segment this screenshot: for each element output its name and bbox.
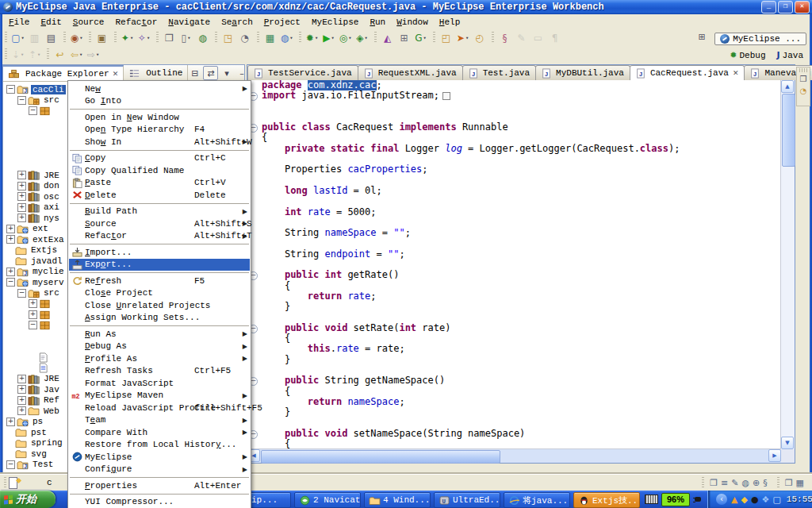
derby-button[interactable]: ◭ xyxy=(379,30,396,45)
folded-region-icon[interactable] xyxy=(442,92,450,100)
menu-item-properties[interactable]: PropertiesAlt+Enter xyxy=(69,479,250,492)
menubar-item-source[interactable]: Source xyxy=(68,16,111,29)
menu-item-copy-qualified-name[interactable]: Copy Qualified Name xyxy=(69,164,250,177)
menu-item-reload-javascript-profile[interactable]: Reload JavaScript ProfileCtrl+Shift+F5 xyxy=(69,402,250,414)
menu-item-paste[interactable]: PasteCtrl+V xyxy=(69,177,250,190)
menu-item-close-project[interactable]: Close Project xyxy=(69,287,250,300)
tree-expander-icon[interactable]: − xyxy=(6,85,15,94)
close-view-icon[interactable]: ✕ xyxy=(113,70,119,78)
open-perspective-button[interactable]: ⊞ xyxy=(694,32,710,45)
menu-item-refresh[interactable]: RefreshF5 xyxy=(69,275,250,287)
perspective-debug[interactable]: ✹Debug xyxy=(726,49,768,61)
dropdown-arrow-icon[interactable]: ▾ xyxy=(423,35,427,41)
menu-item-myeclipse[interactable]: MyEclipse▶ xyxy=(69,451,250,464)
tree-expander-icon[interactable]: + xyxy=(29,299,37,308)
tree-expander-icon[interactable]: − xyxy=(6,278,15,287)
dropdown-arrow-icon[interactable]: ▾ xyxy=(289,35,293,41)
menu-item-new[interactable]: New▶ xyxy=(69,83,250,95)
taskbar-button-ip-[interactable]: ip... xyxy=(247,492,291,508)
menu-item-copy[interactable]: CopyCtrl+C xyxy=(69,152,250,165)
tree-expander-icon[interactable]: − xyxy=(17,289,26,298)
menubar-item-edit[interactable]: Edit xyxy=(36,16,67,29)
start-button[interactable]: 开始 xyxy=(0,491,56,508)
tree-expander-icon[interactable]: + xyxy=(29,310,37,319)
menubar-item-window[interactable]: Window xyxy=(392,16,435,29)
web-browser-button[interactable]: ◍ xyxy=(194,30,211,45)
menu-item-delete[interactable]: DeleteDelete xyxy=(69,189,250,202)
menubar-item-project[interactable]: Project xyxy=(259,16,307,29)
tray-grip[interactable] xyxy=(799,68,807,72)
gmf-button[interactable]: G▾ xyxy=(412,30,429,45)
junit-button[interactable]: ⊞ xyxy=(396,30,412,45)
menu-item-restore-from-local-history[interactable]: Restore from Local History... xyxy=(69,439,250,452)
scroll-down-arrow[interactable]: ▼ xyxy=(781,437,794,449)
tray-collapse-chevron[interactable]: ‹ xyxy=(716,494,727,505)
tree-expander-icon[interactable]: + xyxy=(6,225,15,233)
qq-penguin-icon[interactable]: ● xyxy=(751,495,759,504)
open-resource-button[interactable]: ◰ xyxy=(438,30,454,45)
dropdown-arrow-icon[interactable]: ▾ xyxy=(21,35,25,41)
editor-tab-test.java[interactable]: JTest.java xyxy=(462,65,536,80)
menu-item-compare-with[interactable]: Compare With▶ xyxy=(69,426,250,439)
tree-expander-icon[interactable]: + xyxy=(17,396,26,405)
view-tab-package-explorer[interactable]: Package Explorer✕ xyxy=(3,65,124,81)
menu-item-export[interactable]: Export... xyxy=(69,259,250,271)
vertical-scroll-thumb[interactable] xyxy=(782,94,795,167)
code-editor[interactable]: package com.xdnz.cac;import java.io.File… xyxy=(247,80,781,449)
tree-expander-icon[interactable]: − xyxy=(6,460,15,469)
minimize-button[interactable]: _ xyxy=(761,1,776,13)
taskbar-button-将java-[interactable]: 将java... xyxy=(504,492,570,508)
deploy-button[interactable]: ◉▾ xyxy=(68,30,85,45)
new-class-button[interactable]: ✦▾ xyxy=(119,30,136,45)
fast-view-bar[interactable] xyxy=(4,477,21,489)
tree-expander-icon[interactable]: + xyxy=(6,418,15,426)
dropdown-arrow-icon[interactable]: ▾ xyxy=(187,35,190,41)
print-button[interactable]: ▤ xyxy=(43,30,59,45)
new-bean-button[interactable]: ✧▾ xyxy=(136,30,152,45)
perspective-java[interactable]: JJava xyxy=(774,49,807,61)
web-monitor-icon[interactable]: ◍ xyxy=(741,478,749,488)
menu-item-show-in[interactable]: Show InAlt+Shift+W▶ xyxy=(69,136,250,148)
menu-item-go-into[interactable]: Go Into xyxy=(69,95,250,108)
menubar-item-search[interactable]: Search xyxy=(216,16,259,29)
taskbar-button-4-wind-[interactable]: 4 Wind...▼ xyxy=(364,492,431,508)
horizontal-scroll-thumb[interactable] xyxy=(261,450,500,464)
dropdown-arrow-icon[interactable]: ▾ xyxy=(130,35,133,41)
new-server-button[interactable]: ▯▾ xyxy=(178,30,194,45)
menu-item-source[interactable]: SourceAlt+Shift+S▶ xyxy=(69,217,250,230)
palette-view-button[interactable]: ◔ xyxy=(797,85,810,97)
tree-expander-icon[interactable]: − xyxy=(17,96,26,105)
dropdown-arrow-icon[interactable]: ▾ xyxy=(21,52,24,58)
menubar-item-refactor[interactable]: Refactor xyxy=(110,16,163,29)
menu-item-build-path[interactable]: Build Path▶ xyxy=(69,206,250,218)
security-shield-icon[interactable]: ▲ xyxy=(731,495,737,504)
dropdown-arrow-icon[interactable]: ▾ xyxy=(348,35,351,41)
run-button[interactable]: ▶▾ xyxy=(320,30,337,45)
horizontal-scrollbar[interactable]: ◀ ▶ xyxy=(247,448,781,463)
tree-expander-icon[interactable]: + xyxy=(17,182,26,190)
external-tools-button[interactable]: ◈▾ xyxy=(354,30,370,45)
menu-item-myeclipse-maven[interactable]: m2MyEclipse Maven▶ xyxy=(69,390,250,402)
add-view-icon[interactable]: ⊕ xyxy=(753,478,760,488)
dropdown-arrow-icon[interactable]: ▾ xyxy=(79,35,82,41)
taskbar-button-extjs技-[interactable]: Extjs技... xyxy=(573,492,640,508)
link-with-editor-button[interactable]: ⇄ xyxy=(203,66,218,80)
import-archive-button[interactable]: ◳ xyxy=(220,30,236,45)
dropdown-arrow-icon[interactable]: ▾ xyxy=(96,52,99,58)
pin-editor-icon[interactable]: ❐ xyxy=(710,478,718,488)
dropdown-arrow-icon[interactable]: ▾ xyxy=(331,35,335,41)
tree-expander-icon[interactable]: + xyxy=(6,267,15,276)
menubar-item-file[interactable]: File xyxy=(4,16,36,29)
im-client-icon[interactable]: ❖ xyxy=(762,495,770,504)
key-lock-icon[interactable]: ◆ xyxy=(741,495,748,504)
menu-item-format-javascript[interactable]: Format JavaScript xyxy=(69,377,250,390)
scroll-right-arrow[interactable]: ▶ xyxy=(768,449,781,462)
taskbar-button-2-navicat[interactable]: 2 Navicat▼ xyxy=(294,492,361,508)
dropdown-arrow-icon[interactable]: ▾ xyxy=(365,35,368,41)
menu-item-yui-compressor[interactable]: YUI Compressor... xyxy=(69,496,250,508)
menubar-item-help[interactable]: Help xyxy=(435,16,466,29)
run-history-button[interactable]: ◎▾ xyxy=(337,30,354,45)
tree-expander-icon[interactable]: + xyxy=(6,235,15,244)
restore-button[interactable]: ❐ xyxy=(778,1,793,13)
menu-item-close-unrelated-projects[interactable]: Close Unrelated Projects xyxy=(69,299,250,312)
